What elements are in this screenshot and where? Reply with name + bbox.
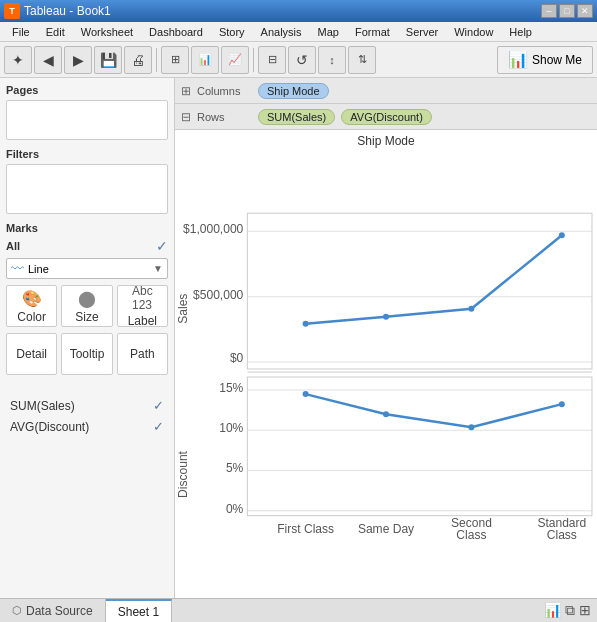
show-me-label: Show Me [532, 53, 582, 67]
sales-y-500000: $500,000 [193, 288, 244, 302]
chart2-button[interactable]: 📈 [221, 46, 249, 74]
toolbar: ✦ ◀ ▶ 💾 🖨 ⊞ 📊 📈 ⊟ ↺ ↕ ⇅ 📊 Show Me [0, 42, 597, 78]
forward-button[interactable]: ▶ [64, 46, 92, 74]
sheet1-label: Sheet 1 [118, 605, 159, 619]
new-dashboard-button[interactable]: ⊞ [579, 602, 591, 619]
path-cell[interactable]: Path [117, 333, 168, 375]
menu-story[interactable]: Story [211, 24, 253, 40]
connect-button[interactable]: ⊞ [161, 46, 189, 74]
new-sheet-button[interactable]: 📊 [544, 602, 561, 619]
pages-label: Pages [6, 84, 168, 96]
discount-y-10: 10% [219, 421, 243, 435]
dropdown-arrow-icon: ▼ [153, 263, 163, 274]
menu-file[interactable]: File [4, 24, 38, 40]
columns-shelf-label: Columns [197, 85, 252, 97]
rows-shelf: ⊟ Rows SUM(Sales) AVG(Discount) [175, 104, 597, 130]
pages-box [6, 100, 168, 140]
x-label-same-day: Same Day [358, 522, 414, 536]
sales-point-4 [559, 232, 565, 238]
menu-map[interactable]: Map [310, 24, 347, 40]
save-button[interactable]: 💾 [94, 46, 122, 74]
filters-box [6, 164, 168, 214]
sales-point-2 [383, 314, 389, 320]
maximize-button[interactable]: □ [559, 4, 575, 18]
chart-title: Ship Mode [175, 130, 597, 150]
marks-type-dropdown[interactable]: 〰 Line ▼ [6, 258, 168, 279]
main-container: Pages Filters Marks All ✓ 〰 Line ▼ [0, 78, 597, 598]
sum-sales-item[interactable]: SUM(Sales) ✓ [6, 395, 168, 416]
sum-sales-label: SUM(Sales) [10, 399, 75, 413]
menu-format[interactable]: Format [347, 24, 398, 40]
chart-button[interactable]: 📊 [191, 46, 219, 74]
tooltip-cell[interactable]: Tooltip [61, 333, 112, 375]
marks-grid: 🎨 Color ⬤ Size Abc123 Label [6, 285, 168, 327]
data-source-label: Data Source [26, 604, 93, 618]
marks-grid2: Detail Tooltip Path [6, 333, 168, 375]
filter-button[interactable]: ⊟ [258, 46, 286, 74]
ship-mode-pill[interactable]: Ship Mode [258, 83, 329, 99]
menu-analysis[interactable]: Analysis [253, 24, 310, 40]
sum-items: SUM(Sales) ✓ AVG(Discount) ✓ [6, 395, 168, 437]
menu-server[interactable]: Server [398, 24, 446, 40]
print-button[interactable]: 🖨 [124, 46, 152, 74]
label-label: Label [128, 314, 157, 328]
window-controls[interactable]: – □ ✕ [541, 4, 593, 18]
chart-svg: Sales $1,000,000 $500,000 $0 [175, 150, 597, 598]
pages-section: Pages [6, 84, 168, 140]
label-icon: Abc123 [132, 284, 153, 312]
data-source-tab[interactable]: ⬡ Data Source [0, 599, 106, 623]
menu-worksheet[interactable]: Worksheet [73, 24, 141, 40]
x-label-second-class-line2: Class [456, 528, 486, 542]
all-label: All [6, 240, 20, 252]
size-cell[interactable]: ⬤ Size [61, 285, 112, 327]
menu-window[interactable]: Window [446, 24, 501, 40]
back-button[interactable]: ◀ [34, 46, 62, 74]
detail-cell[interactable]: Detail [6, 333, 57, 375]
marks-section: Marks All ✓ 〰 Line ▼ 🎨 Color ⬤ Size [6, 222, 168, 383]
minimize-button[interactable]: – [541, 4, 557, 18]
menu-edit[interactable]: Edit [38, 24, 73, 40]
path-label: Path [130, 347, 155, 361]
sort-button[interactable]: ↕ [318, 46, 346, 74]
show-me-button[interactable]: 📊 Show Me [497, 46, 593, 74]
chart-area: Sales $1,000,000 $500,000 $0 [175, 150, 597, 598]
sales-y-0: $0 [230, 351, 244, 365]
marks-check-icon: ✓ [156, 238, 168, 254]
color-icon: 🎨 [22, 289, 42, 308]
label-cell[interactable]: Abc123 Label [117, 285, 168, 327]
close-button[interactable]: ✕ [577, 4, 593, 18]
x-label-standard-class-line2: Class [547, 528, 577, 542]
sheet1-tab[interactable]: Sheet 1 [106, 599, 172, 623]
menu-dashboard[interactable]: Dashboard [141, 24, 211, 40]
separator2 [253, 48, 254, 72]
color-cell[interactable]: 🎨 Color [6, 285, 57, 327]
bottom-actions: 📊 ⧉ ⊞ [538, 602, 597, 619]
avg-discount-item[interactable]: AVG(Discount) ✓ [6, 416, 168, 437]
avg-discount-check-icon: ✓ [153, 419, 164, 434]
menu-help[interactable]: Help [501, 24, 540, 40]
discount-y-0: 0% [226, 502, 244, 516]
avg-discount-pill[interactable]: AVG(Discount) [341, 109, 432, 125]
line-icon: 〰 [11, 261, 24, 276]
discount-line [306, 394, 562, 427]
sort2-button[interactable]: ⇅ [348, 46, 376, 74]
filters-section: Filters [6, 148, 168, 214]
color-label: Color [17, 310, 46, 324]
app-icon: T [4, 3, 20, 19]
columns-shelf: ⊞ Columns Ship Mode [175, 78, 597, 104]
discount-y-15: 15% [219, 381, 243, 395]
new-button[interactable]: ✦ [4, 46, 32, 74]
chart-panel: ⊞ Columns Ship Mode ⊟ Rows SUM(Sales) AV… [175, 78, 597, 598]
sales-axis-label: Sales [176, 294, 190, 324]
sum-sales-pill[interactable]: SUM(Sales) [258, 109, 335, 125]
marks-header: Marks [6, 222, 168, 234]
duplicate-sheet-button[interactable]: ⧉ [565, 602, 575, 619]
refresh-button[interactable]: ↺ [288, 46, 316, 74]
x-label-first-class: First Class [277, 522, 334, 536]
size-icon: ⬤ [78, 289, 96, 308]
show-me-icon: 📊 [508, 50, 528, 69]
rows-shelf-icon: ⊟ [181, 110, 191, 124]
rows-shelf-label: Rows [197, 111, 252, 123]
separator [156, 48, 157, 72]
discount-chart-border [247, 377, 592, 516]
